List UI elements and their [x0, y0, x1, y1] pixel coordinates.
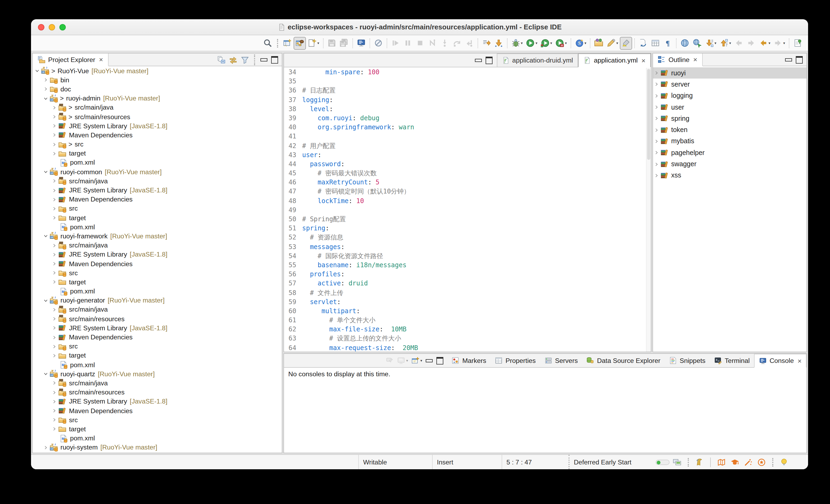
- close-icon[interactable]: ×: [693, 56, 697, 63]
- tree-item[interactable]: > src/main/java: [33, 103, 282, 112]
- tree-item[interactable]: ruoyi-system [RuoYi-Vue master]: [33, 443, 282, 452]
- scrollbar-thumb[interactable]: [647, 69, 650, 160]
- forward-button[interactable]: ▾: [772, 37, 787, 49]
- tree-item[interactable]: src/main/java: [33, 379, 282, 388]
- chevron-icon[interactable]: [52, 390, 57, 395]
- open-perspective-button[interactable]: ▾: [282, 37, 294, 49]
- chevron-icon[interactable]: [52, 105, 57, 110]
- chevron-icon[interactable]: [52, 307, 57, 312]
- chevron-icon[interactable]: [52, 215, 57, 220]
- save-all-button[interactable]: ▾: [338, 37, 350, 49]
- chevron-icon[interactable]: [52, 427, 57, 432]
- run-button[interactable]: ▾: [524, 37, 539, 49]
- tree-item[interactable]: target: [33, 278, 282, 287]
- tree-item[interactable]: JRE System Library [JavaSE-1.8]: [33, 186, 282, 195]
- minimize-button[interactable]: ▾: [424, 355, 435, 366]
- skip-breakpoints-button[interactable]: ▾: [372, 37, 385, 49]
- toolbar-button[interactable]: ▾: [571, 38, 571, 48]
- chevron-icon[interactable]: [52, 142, 57, 147]
- chevron-icon[interactable]: [43, 87, 48, 92]
- toolbar-button[interactable]: ▾: [277, 39, 278, 47]
- achievements-icon[interactable]: [756, 456, 767, 468]
- chevron-icon[interactable]: [52, 417, 57, 422]
- search-button[interactable]: ▾: [262, 37, 274, 49]
- console-view-tab[interactable]: Data Source Explorer: [582, 354, 665, 367]
- chevron-icon[interactable]: [52, 408, 57, 413]
- tree-item[interactable]: Maven Dependencies: [33, 131, 282, 140]
- console-view-tab[interactable]: Properties: [490, 354, 540, 367]
- maximize-button[interactable]: [269, 54, 280, 65]
- chevron-icon[interactable]: [654, 93, 659, 98]
- close-icon[interactable]: ×: [641, 57, 645, 64]
- chevron-icon[interactable]: [43, 234, 48, 239]
- toolbar-button[interactable]: ▾: [634, 38, 635, 48]
- view-menu-button[interactable]: [254, 54, 255, 65]
- profile-button[interactable]: ▾: [554, 37, 569, 49]
- open-console-button[interactable]: ▾: [410, 355, 424, 366]
- toolbar-button[interactable]: ▾: [352, 38, 353, 48]
- step-return-button[interactable]: ▾: [463, 37, 475, 49]
- background-jobs-icon[interactable]: [671, 456, 683, 468]
- toolbar-button[interactable]: ▾: [323, 38, 324, 48]
- chevron-icon[interactable]: [52, 179, 57, 183]
- close-icon[interactable]: ×: [99, 56, 103, 63]
- tree-item[interactable]: pom.xml: [33, 434, 282, 443]
- tree-item[interactable]: target: [33, 149, 282, 158]
- tree-item[interactable]: src/main/resources: [33, 388, 282, 397]
- coverage-button[interactable]: ▾: [539, 37, 554, 49]
- chevron-icon[interactable]: [52, 252, 57, 257]
- chevron-icon[interactable]: [43, 445, 48, 450]
- filter-button[interactable]: [239, 54, 251, 65]
- tree-item[interactable]: bin: [33, 75, 282, 85]
- step-over-button[interactable]: ▾: [451, 37, 463, 49]
- tab-project-explorer[interactable]: Project Explorer ×: [33, 54, 108, 66]
- tree-item[interactable]: > ruoyi-ui: [33, 452, 282, 453]
- tree-item[interactable]: ruoyi-framework [RuoYi-Vue master]: [33, 232, 282, 241]
- chevron-icon[interactable]: [52, 261, 57, 266]
- outline-item[interactable]: logging: [653, 90, 806, 102]
- tree-item[interactable]: pom.xml: [33, 287, 282, 296]
- console-view-tab[interactable]: Console ×: [754, 354, 806, 368]
- wizard-icon[interactable]: [742, 456, 754, 468]
- back-button[interactable]: ▾: [757, 37, 772, 49]
- chevron-icon[interactable]: [654, 139, 659, 144]
- chevron-icon[interactable]: [52, 335, 57, 340]
- toolbar-button[interactable]: ▾: [789, 38, 789, 48]
- chevron-icon[interactable]: [52, 344, 57, 349]
- user-site-button[interactable]: ▾: [691, 37, 703, 49]
- tree-item[interactable]: src/main/java: [33, 305, 282, 314]
- web-browser-button[interactable]: ▾: [679, 37, 691, 49]
- step-into-button[interactable]: ▾: [439, 37, 451, 49]
- chevron-icon[interactable]: [52, 381, 57, 385]
- toolbar-button[interactable]: ▾: [387, 38, 387, 48]
- next-edit-location-button[interactable]: ▾: [745, 37, 757, 49]
- tree-item[interactable]: JRE System Library [JavaSE-1.8]: [33, 397, 282, 406]
- resume-button[interactable]: ▾: [389, 37, 402, 49]
- collapse-all-button[interactable]: [216, 54, 227, 65]
- mark-occurrences-button[interactable]: ▾: [620, 37, 632, 49]
- maximize-button[interactable]: ▾: [435, 355, 445, 366]
- suspend-button[interactable]: ▾: [402, 37, 414, 49]
- console-view-tab[interactable]: Terminal: [710, 354, 754, 367]
- editor-scrollbar[interactable]: [646, 68, 651, 352]
- save-button[interactable]: ▾: [326, 37, 338, 49]
- tree-item[interactable]: Maven Dependencies: [33, 259, 282, 268]
- toolbar-button[interactable]: ▾: [590, 38, 591, 48]
- outline-item[interactable]: mybatis: [653, 136, 806, 147]
- previous-annotation-button[interactable]: ▾: [718, 37, 733, 49]
- toolbar-button[interactable]: ▾: [507, 38, 508, 48]
- progress-indicator[interactable]: [656, 459, 670, 465]
- chevron-icon[interactable]: [43, 298, 48, 303]
- bookmark-icon[interactable]: [694, 456, 705, 468]
- chevron-icon[interactable]: [654, 71, 659, 75]
- open-console-button[interactable]: ▾: [355, 37, 368, 49]
- chevron-icon[interactable]: [654, 116, 659, 121]
- chevron-icon[interactable]: [52, 316, 57, 321]
- tree-item[interactable]: target: [33, 351, 282, 360]
- learn-icon[interactable]: [729, 456, 741, 468]
- tree-item[interactable]: src/main/java: [33, 177, 282, 186]
- minimize-button[interactable]: [473, 55, 484, 65]
- editor-tab[interactable]: application.yml ×: [578, 54, 651, 67]
- chevron-icon[interactable]: [654, 150, 659, 155]
- tree-item[interactable]: src: [33, 268, 282, 277]
